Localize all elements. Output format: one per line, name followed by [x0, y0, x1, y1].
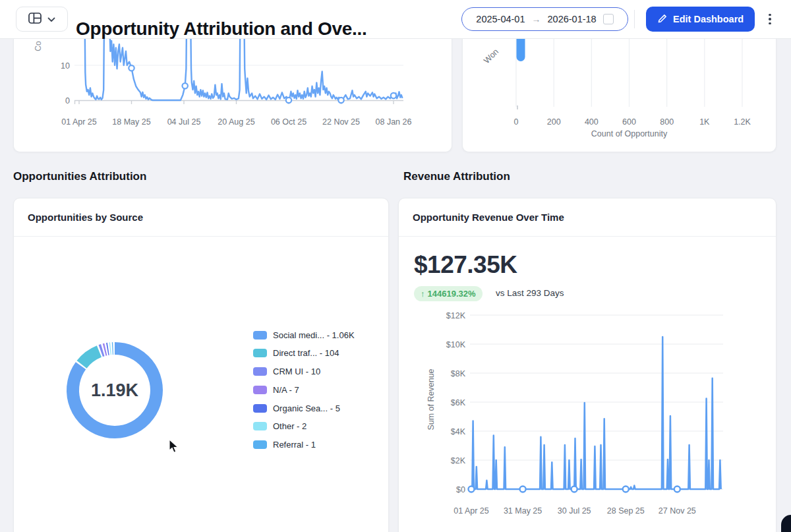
x-tick-label: 01 Apr 25: [61, 117, 97, 127]
data-point-marker: [129, 65, 134, 71]
x-tick-label: 800: [660, 117, 674, 127]
date-start[interactable]: 2025-04-01: [476, 14, 525, 24]
data-point-marker: [338, 98, 343, 103]
line-series: [77, 38, 403, 100]
legend-item[interactable]: Organic Sea... - 5: [253, 403, 355, 413]
x-axis-title: Count of Opportunity: [591, 129, 668, 138]
card-title: Opportunities by Source: [14, 198, 388, 237]
donut-segment: [82, 351, 99, 365]
y-tick-label: $2K: [451, 456, 466, 465]
page-title: Opportunity Attribution and Ove...: [76, 18, 366, 40]
legend-label: Direct traf... - 104: [273, 348, 339, 358]
donut-legend: Social medi... - 1.06KDirect traf... - 1…: [253, 330, 355, 450]
won-bar: [517, 38, 525, 61]
toolbar-divider: [634, 10, 635, 28]
y-tick-label: $6K: [451, 398, 466, 407]
x-tick-label: 28 Sep 25: [607, 506, 645, 516]
legend-item[interactable]: Direct traf... - 104: [253, 349, 355, 358]
x-tick-label: 18 May 25: [112, 117, 150, 127]
x-tick-label: 08 Jan 26: [376, 117, 412, 127]
opportunities-over-time-chart[interactable]: 01 Apr 2518 May 2504 Jul 2520 Aug 2506 O…: [13, 38, 451, 152]
legend-label: Referral - 1: [273, 440, 316, 450]
donut-segment: [101, 350, 103, 351]
kebab-menu-button[interactable]: [763, 9, 776, 29]
x-tick-label: 1.2K: [734, 117, 751, 127]
x-tick-label: 200: [547, 117, 561, 127]
legend-item[interactable]: CRM UI - 10: [253, 367, 355, 376]
y-tick-label: 10: [61, 61, 70, 71]
change-badge: ↑ 144619.32%: [414, 286, 483, 301]
legend-label: Social medi... - 1.06K: [273, 330, 355, 340]
x-tick-label: 22 Nov 25: [322, 117, 360, 127]
date-range-picker[interactable]: 2025-04-01 → 2026-01-18: [461, 7, 628, 31]
legend-swatch: [253, 331, 267, 340]
dashboard-switcher-button[interactable]: [16, 7, 68, 32]
data-point-marker: [182, 83, 187, 88]
x-tick-label: 20 Aug 25: [218, 117, 254, 127]
x-tick-label: 06 Oct 25: [271, 117, 307, 127]
data-point-marker: [520, 487, 526, 492]
y-tick-label: 0: [65, 96, 70, 105]
kpi-value: $127.35K: [414, 251, 517, 279]
donut-center-value: 1.19K: [69, 377, 161, 403]
x-tick-label: 31 May 25: [504, 506, 542, 516]
legend-swatch: [253, 404, 267, 413]
up-arrow-icon: ↑: [421, 289, 425, 299]
arrow-right-icon: →: [532, 14, 541, 24]
legend-swatch: [253, 349, 267, 357]
y-tick-label: $4K: [451, 427, 466, 436]
data-point-marker: [623, 487, 629, 492]
legend-swatch: [253, 367, 267, 376]
legend-label: Other - 2: [273, 421, 307, 431]
x-tick-label: 400: [585, 117, 599, 127]
corner-widget[interactable]: [781, 515, 791, 532]
y-axis-title: Co: [34, 41, 43, 51]
compare-label: vs Last 293 Days: [496, 288, 564, 298]
change-percent: 144619.32%: [428, 289, 476, 299]
x-tick-label: 27 Nov 25: [659, 506, 696, 516]
chevron-down-icon: [47, 15, 55, 24]
legend-label: Organic Sea... - 5: [273, 403, 340, 413]
calendar-icon[interactable]: [603, 14, 614, 24]
data-point-marker: [571, 487, 577, 492]
edit-dashboard-button[interactable]: Edit Dashboard: [646, 7, 755, 32]
data-point-marker: [469, 487, 475, 492]
data-point-marker: [674, 487, 680, 492]
legend-item[interactable]: N/A - 7: [253, 385, 355, 394]
layout-icon: [28, 13, 42, 26]
legend-item[interactable]: Other - 2: [253, 422, 355, 431]
line-series: [471, 337, 721, 489]
legend-swatch: [253, 440, 267, 449]
section-title-revenue-attribution: Revenue Attribution: [403, 170, 510, 183]
pencil-icon: [657, 13, 668, 26]
top-bar: Opportunity Attribution and Ove... 2025-…: [0, 0, 791, 39]
edit-dashboard-label: Edit Dashboard: [673, 14, 744, 24]
y-tick-label: $10K: [446, 340, 466, 349]
x-tick-label: 04 Jul 25: [167, 117, 201, 127]
donut-segment: [104, 349, 105, 350]
legend-swatch: [253, 386, 267, 394]
legend-label: N/A - 7: [273, 385, 299, 395]
dashboard-page: Opportunity Attribution and Ove... 2025-…: [0, 0, 791, 532]
won-count-bar-chart[interactable]: 02004006008001K1.2KCount of OpportunityW…: [462, 38, 775, 152]
legend-swatch: [253, 422, 267, 430]
x-tick-label: 0: [514, 117, 519, 127]
data-point-marker: [286, 98, 291, 103]
x-tick-label: 01 Apr 25: [454, 506, 489, 516]
y-tick-label: $8K: [451, 369, 466, 378]
x-tick-label: 30 Jul 25: [558, 506, 591, 516]
card-title: Opportunity Revenue Over Time: [399, 198, 776, 237]
legend-label: CRM UI - 10: [273, 367, 320, 376]
x-tick-label: 1K: [699, 117, 710, 127]
x-tick-label: 600: [622, 117, 636, 127]
legend-item[interactable]: Social medi... - 1.06K: [253, 330, 355, 340]
date-end[interactable]: 2026-01-18: [548, 14, 597, 24]
y-axis-title: Sum of Revenue: [426, 369, 436, 430]
data-point-marker: [391, 93, 396, 98]
section-title-opportunities-attribution: Opportunities Attribution: [13, 170, 146, 183]
revenue-over-time-chart[interactable]: $0$2K$4K$6K$8K$10K$12K01 Apr 2531 May 25…: [399, 303, 775, 527]
y-tick-label: $0: [456, 485, 465, 494]
y-tick-label: $12K: [446, 311, 466, 320]
y-category-label: Won: [482, 47, 500, 65]
legend-item[interactable]: Referral - 1: [253, 440, 355, 450]
